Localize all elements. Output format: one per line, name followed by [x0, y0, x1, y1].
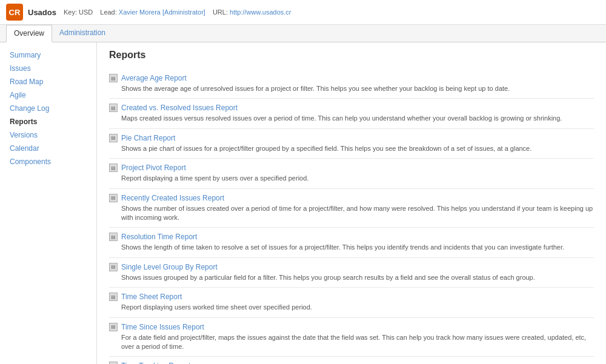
project-key: Key: USD: [64, 8, 93, 16]
sidebar-item-components[interactable]: Components: [0, 155, 96, 168]
report-title-resolution-time[interactable]: Resolution Time Report: [121, 233, 197, 241]
report-title-created-vs-resolved[interactable]: Created vs. Resolved Issues Report: [121, 104, 238, 112]
report-header-project-pivot: ▤Project Pivot Report: [109, 164, 594, 172]
header: CR Usados Key: USD Lead: Xavier Morera […: [0, 0, 606, 25]
report-header-created-vs-resolved: ▤Created vs. Resolved Issues Report: [109, 104, 594, 112]
report-header-time-since: ▤Time Since Issues Report: [109, 323, 594, 331]
report-title-time-tracking[interactable]: Time Tracking Report: [121, 362, 190, 364]
report-desc-time-sheet: Report displaying users worked time shee…: [109, 303, 594, 312]
reports-list: ▤Average Age ReportShows the average age…: [109, 69, 594, 364]
project-logo: CR: [6, 4, 23, 21]
page-title: Reports: [109, 50, 594, 61]
report-title-time-sheet[interactable]: Time Sheet Report: [121, 293, 182, 301]
page-layout: SummaryIssuesRoad MapAgileChange LogRepo…: [0, 42, 606, 364]
report-header-resolution-time: ▤Resolution Time Report: [109, 233, 594, 241]
report-header-single-level-group: ▤Single Level Group By Report: [109, 263, 594, 271]
report-desc-time-since: For a date field and project/filter, map…: [109, 333, 594, 352]
report-title-project-pivot[interactable]: Project Pivot Report: [121, 164, 186, 172]
lead-link[interactable]: Xavier Morera [Administrator]: [119, 8, 205, 16]
report-title-pie-chart[interactable]: Pie Chart Report: [121, 134, 175, 142]
sidebar-item-reports: Reports: [0, 115, 96, 128]
report-desc-recently-created: Shows the number of issues created over …: [109, 204, 594, 223]
report-item-single-level-group: ▤Single Level Group By ReportShows issue…: [109, 258, 594, 288]
report-title-average-age[interactable]: Average Age Report: [121, 74, 187, 82]
report-item-resolution-time: ▤Resolution Time ReportShows the length …: [109, 228, 594, 257]
report-desc-average-age: Shows the average age of unresolved issu…: [109, 84, 594, 93]
header-info: Usados Key: USD Lead: Xavier Morera [Adm…: [28, 8, 291, 17]
sidebar-item-versions[interactable]: Versions: [0, 128, 96, 142]
report-icon-time-since: ▤: [109, 323, 118, 331]
report-icon-pie-chart: ▤: [109, 134, 118, 142]
sidebar-item-summary[interactable]: Summary: [0, 48, 96, 62]
report-item-created-vs-resolved: ▤Created vs. Resolved Issues ReportMaps …: [109, 99, 594, 128]
report-desc-project-pivot: Report displaying a time spent by users …: [109, 174, 594, 183]
report-item-time-tracking: ▤Time Tracking ReportThis report shows t…: [109, 357, 594, 364]
sidebar-item-change-log[interactable]: Change Log: [0, 102, 96, 115]
report-icon-created-vs-resolved: ▤: [109, 104, 118, 112]
report-header-average-age: ▤Average Age Report: [109, 74, 594, 82]
main-content: Reports ▤Average Age ReportShows the ave…: [97, 42, 606, 364]
report-desc-created-vs-resolved: Maps created issues versus resolved issu…: [109, 114, 594, 123]
report-desc-single-level-group: Shows issues grouped by a particular fie…: [109, 273, 594, 282]
sidebar: SummaryIssuesRoad MapAgileChange LogRepo…: [0, 42, 97, 364]
report-desc-resolution-time: Shows the length of time taken to resolv…: [109, 243, 594, 252]
report-icon-resolution-time: ▤: [109, 233, 118, 241]
sidebar-item-calendar[interactable]: Calendar: [0, 142, 96, 155]
report-item-time-sheet: ▤Time Sheet ReportReport displaying user…: [109, 288, 594, 317]
url-label: URL:: [213, 8, 228, 16]
report-item-project-pivot: ▤Project Pivot ReportReport displaying a…: [109, 159, 594, 188]
report-title-time-since[interactable]: Time Since Issues Report: [121, 323, 204, 331]
report-item-recently-created: ▤Recently Created Issues ReportShows the…: [109, 189, 594, 228]
report-header-pie-chart: ▤Pie Chart Report: [109, 134, 594, 142]
report-icon-time-sheet: ▤: [109, 293, 118, 301]
report-item-average-age: ▤Average Age ReportShows the average age…: [109, 69, 594, 99]
tab-administration[interactable]: Administration: [52, 25, 113, 42]
project-name: Usados: [28, 8, 56, 17]
report-item-time-since: ▤Time Since Issues ReportFor a date fiel…: [109, 318, 594, 357]
report-desc-pie-chart: Shows a pie chart of issues for a projec…: [109, 144, 594, 153]
sidebar-item-agile[interactable]: Agile: [0, 88, 96, 102]
sidebar-item-issues[interactable]: Issues: [0, 62, 96, 75]
report-header-time-tracking: ▤Time Tracking Report: [109, 362, 594, 364]
report-header-recently-created: ▤Recently Created Issues Report: [109, 194, 594, 202]
report-icon-single-level-group: ▤: [109, 263, 118, 271]
report-icon-time-tracking: ▤: [109, 362, 118, 364]
report-header-time-sheet: ▤Time Sheet Report: [109, 293, 594, 301]
url-info: URL: http://www.usados.cr: [213, 8, 291, 16]
url-link[interactable]: http://www.usados.cr: [230, 8, 291, 16]
sidebar-item-road-map[interactable]: Road Map: [0, 75, 96, 88]
nav-tabs: OverviewAdministration: [0, 25, 606, 42]
report-item-pie-chart: ▤Pie Chart ReportShows a pie chart of is…: [109, 129, 594, 159]
report-icon-recently-created: ▤: [109, 194, 118, 202]
report-title-single-level-group[interactable]: Single Level Group By Report: [121, 263, 218, 271]
header-meta: Key: USD Lead: Xavier Morera [Administra…: [64, 8, 291, 16]
lead-info: Lead: Xavier Morera [Administrator]: [100, 8, 205, 16]
tab-overview[interactable]: Overview: [6, 25, 52, 42]
report-title-recently-created[interactable]: Recently Created Issues Report: [121, 194, 224, 202]
lead-label: Lead:: [100, 8, 117, 16]
report-icon-average-age: ▤: [109, 74, 118, 82]
report-icon-project-pivot: ▤: [109, 164, 118, 172]
